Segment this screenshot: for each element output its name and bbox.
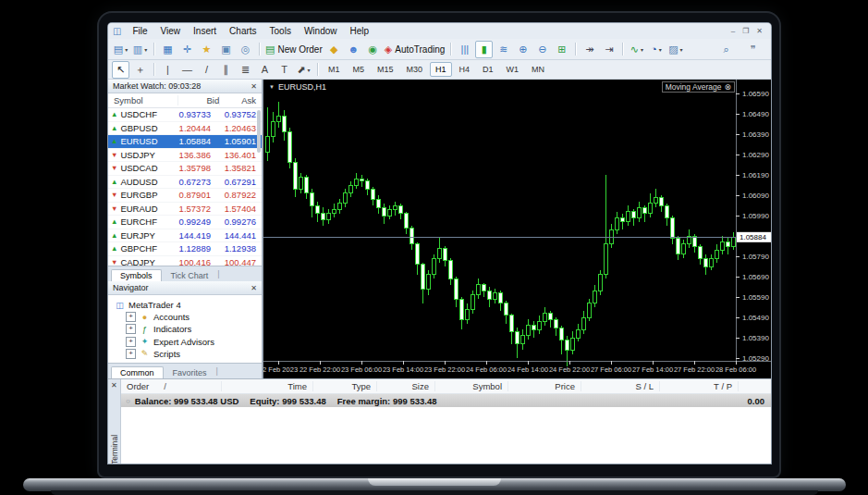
terminal-column-time[interactable]: Time (221, 381, 312, 391)
terminal-column-order[interactable]: Order/ (121, 381, 221, 391)
metaeditor-button[interactable]: ◆ (325, 41, 343, 58)
bar-chart-button[interactable]: ||| (456, 41, 473, 58)
new-order-button[interactable]: ▤New Order (264, 41, 324, 58)
menu-window[interactable]: Window (298, 25, 344, 37)
terminal-column-price[interactable]: Price (507, 381, 581, 391)
periods-button[interactable]: ◔▾ (647, 41, 665, 58)
chart-shift-button[interactable]: ⇥ (600, 41, 617, 58)
column-ask[interactable]: Ask (219, 95, 262, 105)
line-chart-button[interactable]: ≋ (495, 41, 512, 58)
templates-button[interactable]: ▨▾ (666, 41, 684, 58)
vertical-line-button[interactable]: | (159, 61, 177, 79)
expand-icon[interactable]: + (126, 349, 136, 359)
strategy-tester-button[interactable]: ◎ (237, 41, 254, 58)
market-watch-row-eurjpy[interactable]: ▲EURJPY144.419144.441 (108, 229, 262, 243)
trendline-button[interactable]: / (198, 61, 215, 79)
navigator-tab-common[interactable]: Common (111, 366, 164, 378)
zoom-in-button[interactable]: ⊕ (514, 41, 532, 58)
indicators-button[interactable]: ∿▾ (628, 41, 645, 58)
market-watch-tab-tick-chart[interactable]: Tick Chart (162, 269, 218, 281)
chart-window[interactable]: ▼ EURUSD,H1 Moving Average ⊗ 1.065901.06… (263, 80, 771, 378)
navigator-button[interactable]: ★ (198, 41, 215, 58)
terminal-column-type[interactable]: Type (312, 381, 376, 391)
autotrading-button[interactable]: ◈AutoTrading (384, 41, 446, 58)
market-watch-row-eurusd[interactable]: ▲EURUSD1.058841.05901 (108, 135, 262, 149)
indicator-close-icon[interactable]: ⊗ (724, 82, 731, 92)
timeframe-m5[interactable]: M5 (348, 62, 371, 77)
timeframe-m30[interactable]: M30 (401, 62, 429, 77)
tile-windows-button[interactable]: ⊞ (553, 41, 570, 58)
restore-icon[interactable]: ❐ (742, 27, 749, 35)
crosshair-tool-button[interactable]: ＋ (131, 61, 149, 79)
terminal-column-size[interactable]: Size (376, 381, 434, 391)
close-icon[interactable]: ✕ (756, 27, 763, 35)
profiles-button[interactable]: ▥▾ (131, 41, 149, 58)
text-tool-button[interactable]: A (256, 61, 274, 79)
timeframe-mn[interactable]: MN (526, 62, 550, 77)
column-bid[interactable]: Bid (177, 95, 220, 105)
market-watch-row-eurchf[interactable]: ▲EURCHF0.992490.99276 (108, 216, 262, 229)
market-watch-tab-symbols[interactable]: Symbols (111, 269, 162, 281)
close-icon[interactable]: ✕ (251, 284, 257, 292)
timeframe-h4[interactable]: H4 (454, 62, 476, 77)
minimize-icon[interactable]: – (731, 27, 735, 35)
new-chart-button[interactable]: ▤▾ (112, 41, 129, 58)
terminal-column-sl[interactable]: S / L (581, 381, 659, 391)
data-window-button[interactable]: ✛ (178, 41, 196, 58)
channel-button[interactable]: ∥ (217, 61, 235, 79)
column-symbol[interactable]: Symbol (108, 95, 177, 105)
search-button[interactable]: ⌕ (717, 41, 735, 58)
chevron-down-icon[interactable]: ▼ (269, 84, 275, 90)
close-icon[interactable]: ✕ (111, 381, 117, 390)
tree-item-metatrader4[interactable]: ◫MetaTrader 4 (114, 299, 262, 311)
horizontal-line-button[interactable]: — (178, 61, 196, 79)
market-watch-row-gbpusd[interactable]: ▲GBPUSD1.204441.20463 (108, 122, 262, 136)
timeframe-w1[interactable]: W1 (501, 62, 525, 77)
menu-view[interactable]: View (154, 25, 188, 37)
market-watch-row-cadjpy[interactable]: ▼CADJPY100.416100.447 (108, 256, 262, 266)
timeframe-m15[interactable]: M15 (372, 62, 399, 77)
terminal-column-tp[interactable]: T / P (659, 381, 738, 391)
timeframe-h1[interactable]: H1 (430, 62, 452, 77)
market-watch-row-usdcad[interactable]: ▼USDCAD1.357981.35821 (108, 162, 262, 176)
expand-icon[interactable]: + (126, 337, 136, 347)
menu-tools[interactable]: Tools (263, 25, 298, 37)
market-watch-row-usdjpy[interactable]: ▼USDJPY136.386136.401 (108, 149, 262, 163)
website-button[interactable]: ◉ (364, 41, 382, 58)
terminal-column-price[interactable]: Price (738, 381, 771, 391)
chat-button[interactable]: ❞ (744, 41, 762, 58)
zoom-out-button[interactable]: ⊖ (533, 41, 551, 58)
menu-insert[interactable]: Insert (187, 25, 223, 37)
tree-item-indicators[interactable]: +ƒIndicators (114, 323, 262, 335)
menu-help[interactable]: Help (343, 25, 375, 37)
tree-item-scripts[interactable]: +✎Scripts (114, 348, 262, 360)
close-icon[interactable]: ✕ (251, 82, 257, 91)
expand-icon[interactable]: + (126, 312, 136, 322)
expand-icon[interactable]: + (126, 324, 136, 334)
terminal-tab-label[interactable]: Terminal (110, 427, 119, 464)
market-watch-row-eurgbp[interactable]: ▼EURGBP0.879010.87922 (108, 189, 262, 203)
terminal-column-symbol[interactable]: Symbol (434, 381, 507, 391)
menu-charts[interactable]: Charts (223, 25, 263, 37)
timeframe-m1[interactable]: M1 (323, 62, 346, 77)
auto-scroll-button[interactable]: ↠ (581, 41, 598, 58)
market-watch-row-usdchf[interactable]: ▲USDCHF0.937330.93752 (108, 108, 262, 122)
market-watch-row-audusd[interactable]: ▲AUDUSD0.672730.67291 (108, 176, 262, 190)
candlestick-button[interactable]: ▮ (475, 41, 493, 58)
terminal-button[interactable]: ▣ (217, 41, 235, 58)
timeframe-d1[interactable]: D1 (477, 62, 499, 77)
arrows-button[interactable]: ⬈▾ (295, 61, 312, 79)
community-button[interactable]: ☻ (345, 41, 362, 58)
fibonacci-button[interactable]: ≣ (237, 61, 254, 79)
cursor-tool-button[interactable]: ↖ (112, 61, 129, 79)
text-label-button[interactable]: T (275, 61, 293, 79)
tree-item-expert-advisors[interactable]: +✦Expert Advisors (114, 336, 262, 348)
scrollbar-thumb[interactable] (257, 110, 261, 153)
navigator-tab-favorites[interactable]: Favorites (164, 366, 216, 378)
chart-canvas[interactable]: 1.065901.064901.063901.062901.061901.060… (263, 80, 771, 378)
tree-item-accounts[interactable]: +●Accounts (114, 311, 262, 323)
market-watch-button[interactable]: ▦ (159, 41, 177, 58)
market-watch-row-euraud[interactable]: ▼EURAUD1.573721.57404 (108, 203, 262, 217)
menu-file[interactable]: File (126, 25, 153, 37)
market-watch-row-gbpchf[interactable]: ▲GBPCHF1.128891.12938 (108, 242, 262, 256)
